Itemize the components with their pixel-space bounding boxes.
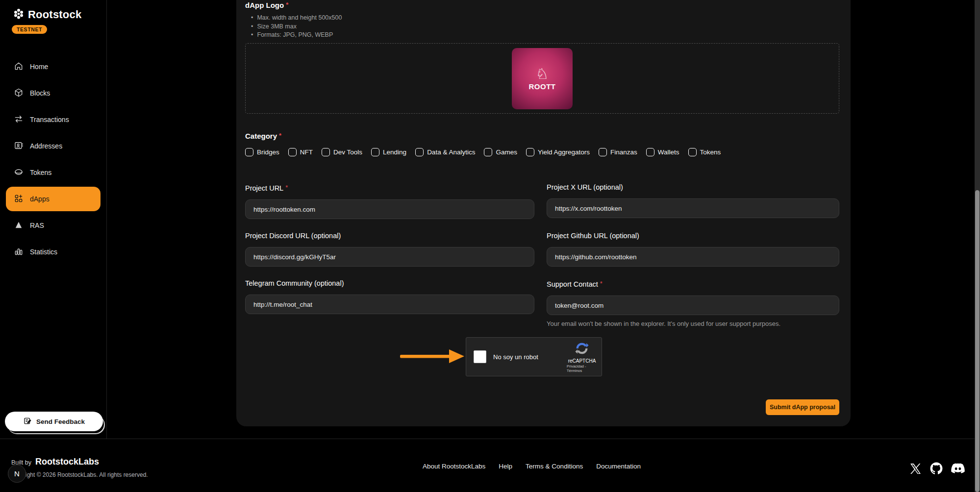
checkbox-icon[interactable]	[599, 148, 607, 156]
telegram-community-input[interactable]	[245, 295, 534, 314]
project-url-input[interactable]	[245, 199, 534, 219]
footer-link-about[interactable]: About RootstockLabs	[423, 463, 485, 470]
category-checkbox-yield-aggregators[interactable]: Yield Aggregators	[526, 148, 590, 156]
recaptcha-widget: No soy un robot reCAPTCHA Privacidad - T…	[466, 337, 602, 376]
logo-rule: Max. width and height 500x500	[251, 14, 342, 23]
project-github-url-field: Project Github URL (optional)	[547, 232, 839, 267]
logo-preview: ♘ ROOTT	[512, 48, 573, 109]
category-checkbox-data-analytics[interactable]: Data & Analytics	[415, 148, 475, 156]
brand: Rootstock	[0, 0, 106, 22]
scrollbar-thumb[interactable]	[975, 190, 980, 492]
avatar[interactable]: N	[8, 465, 26, 483]
github-icon[interactable]	[930, 462, 943, 477]
brand-name: Rootstock	[28, 8, 81, 21]
category-checkbox-bridges[interactable]: Bridges	[245, 148, 279, 156]
grid-plus-icon	[14, 194, 24, 205]
category-checkbox-tokens[interactable]: Tokens	[688, 148, 721, 156]
project-discord-url-input[interactable]	[245, 247, 534, 267]
project-discord-url-field: Project Discord URL (optional)	[245, 232, 534, 267]
required-asterisk: *	[600, 280, 603, 287]
sidebar-item-transactions[interactable]: Transactions	[0, 106, 106, 133]
telegram-community-label: Telegram Community (optional)	[245, 279, 534, 288]
sidebar: Rootstock TESTNET Home Blocks Transactio…	[0, 0, 107, 439]
checkbox-icon[interactable]	[245, 148, 253, 156]
sidebar-item-home[interactable]: Home	[0, 53, 106, 80]
project-url-field: Project URL*	[245, 183, 534, 219]
footer-link-help[interactable]: Help	[499, 463, 512, 470]
sidebar-item-statistics[interactable]: Statistics	[0, 239, 106, 265]
checkbox-icon[interactable]	[322, 148, 330, 156]
category-checkbox-lending[interactable]: Lending	[371, 148, 406, 156]
project-x-url-field: Project X URL (optional)	[547, 183, 839, 219]
project-x-url-label: Project X URL (optional)	[547, 183, 839, 192]
sidebar-item-dapps[interactable]: dApps	[6, 187, 101, 211]
feedback-note-icon	[23, 417, 32, 427]
built-by: Built by RootstockLabs	[11, 457, 99, 467]
recaptcha-branding: reCAPTCHA Privacidad - Términos	[567, 341, 597, 373]
recaptcha-checkbox[interactable]	[474, 350, 486, 363]
project-github-url-input[interactable]	[547, 247, 839, 267]
footer-links: About RootstockLabs Help Terms & Conditi…	[423, 463, 641, 470]
support-contact-helper: Your email won't be shown in the explore…	[547, 320, 839, 327]
checkbox-icon[interactable]	[371, 148, 379, 156]
category-checkbox-games[interactable]: Games	[484, 148, 517, 156]
logo-rule: Formats: JPG, PNG, WEBP	[251, 31, 342, 40]
required-asterisk: *	[285, 184, 288, 191]
sidebar-item-ras[interactable]: RAS	[0, 212, 106, 239]
category-options: Bridges NFT Dev Tools Lending Data & Ana…	[245, 148, 721, 156]
project-x-url-input[interactable]	[547, 198, 839, 218]
sidebar-item-addresses[interactable]: Addresses	[0, 133, 106, 159]
category-checkbox-dev-tools[interactable]: Dev Tools	[322, 148, 362, 156]
sidebar-item-blocks[interactable]: Blocks	[0, 80, 106, 106]
category-checkbox-finanzas[interactable]: Finanzas	[599, 148, 637, 156]
dapp-proposal-form-panel: dApp Logo* Max. width and height 500x500…	[236, 0, 851, 426]
footer-link-terms[interactable]: Terms & Conditions	[526, 463, 583, 470]
x-twitter-icon[interactable]	[909, 463, 922, 477]
discord-icon[interactable]	[951, 462, 965, 477]
category-checkbox-nft[interactable]: NFT	[288, 148, 313, 156]
contact-card-icon	[14, 141, 24, 152]
bar-chart-icon	[14, 246, 24, 258]
checkbox-icon[interactable]	[688, 148, 697, 156]
logo-rule: Size 3MB max	[251, 23, 342, 31]
triangle-icon	[14, 220, 24, 231]
logo-dropzone[interactable]: ♘ ROOTT	[245, 43, 839, 114]
recaptcha-label: No soy un robot	[493, 353, 538, 361]
send-feedback-button[interactable]: Send Feedback	[5, 412, 103, 431]
testnet-badge: TESTNET	[12, 25, 47, 34]
recaptcha-brand-text: reCAPTCHA	[568, 358, 596, 364]
orange-pointer-arrow-icon	[400, 346, 465, 366]
logo-rules-list: Max. width and height 500x500 Size 3MB m…	[251, 14, 342, 40]
coin-icon	[14, 167, 24, 178]
support-contact-input[interactable]	[547, 295, 839, 315]
footer-link-documentation[interactable]: Documentation	[596, 463, 641, 470]
telegram-community-field: Telegram Community (optional)	[245, 279, 534, 327]
category-checkbox-wallets[interactable]: Wallets	[646, 148, 679, 156]
checkbox-icon[interactable]	[484, 148, 492, 156]
footer: Built by RootstockLabs Copyright © 2026 …	[0, 439, 980, 492]
checkbox-icon[interactable]	[415, 148, 424, 156]
dapp-logo-label: dApp Logo*	[245, 1, 288, 9]
checkbox-icon[interactable]	[526, 148, 534, 156]
company-name: RootstockLabs	[35, 457, 99, 467]
checkbox-icon[interactable]	[288, 148, 297, 156]
sidebar-item-tokens[interactable]: Tokens	[0, 159, 106, 186]
chess-knight-icon: ♘	[536, 67, 549, 81]
project-url-label: Project URL*	[245, 183, 534, 193]
cube-icon	[14, 88, 24, 99]
swap-arrows-icon	[14, 114, 24, 125]
recaptcha-logo-icon	[575, 341, 589, 358]
scrollbar-track[interactable]	[975, 0, 980, 492]
rootstock-flower-icon	[13, 8, 25, 22]
sidebar-nav: Home Blocks Transactions Addresses Token…	[0, 53, 106, 265]
support-contact-label: Support Contact*	[547, 279, 839, 289]
required-asterisk: *	[279, 132, 281, 139]
submit-dapp-proposal-button[interactable]: Submit dApp proposal	[766, 399, 839, 415]
url-fields-grid: Project URL* Project X URL (optional) Pr…	[245, 183, 839, 327]
recaptcha-privacy-terms[interactable]: Privacidad - Términos	[567, 364, 597, 373]
footer-socials	[909, 462, 965, 477]
checkbox-icon[interactable]	[646, 148, 654, 156]
copyright-text: Copyright © 2026 RootstockLabs. All righ…	[10, 471, 148, 478]
home-icon	[14, 61, 24, 73]
logo-preview-text: ROOTT	[529, 82, 556, 91]
